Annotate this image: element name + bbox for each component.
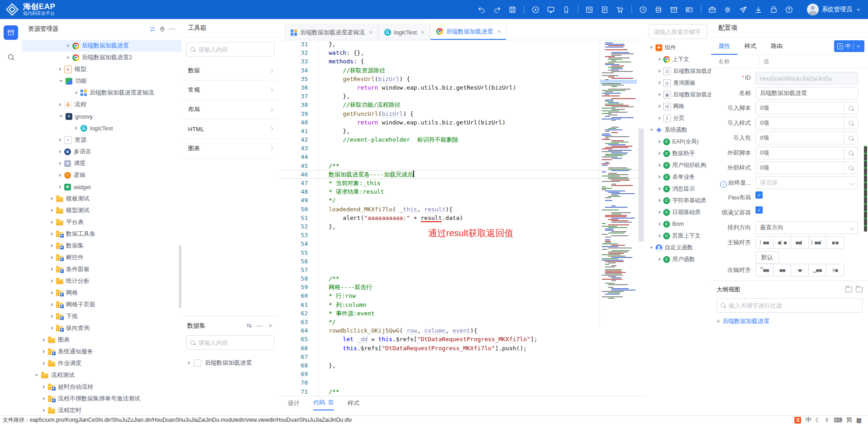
mode-tab-设计[interactable]: 设计 [288, 396, 300, 410]
toolbox-section-布局[interactable]: 布局 [182, 100, 279, 119]
sogou-logo[interactable]: S [794, 417, 801, 424]
outline-view-search[interactable] [717, 298, 863, 313]
default-button[interactable]: 默认 [755, 251, 779, 264]
align-stretch-button[interactable]: ╌◼╌ [791, 264, 809, 276]
tree-item[interactable]: 流程不绑数据集绑单号激活测试 [22, 393, 182, 405]
lookup-search-button[interactable] [844, 162, 858, 174]
property-lookup[interactable]: 0项 [755, 147, 858, 159]
config-tab-路由[interactable]: 路由 [764, 38, 790, 55]
simplified-icon[interactable]: 简 [846, 416, 852, 424]
expand-arrow-icon[interactable] [51, 197, 53, 200]
dataset-item[interactable]: 后端数据加载进度 [182, 354, 279, 367]
expand-arrow-icon[interactable] [43, 350, 45, 353]
property-lookup[interactable]: 0项 [755, 117, 858, 129]
briefcase-icon[interactable] [706, 3, 719, 16]
expand-arrow-icon[interactable] [659, 222, 661, 226]
code-line[interactable]: 67 [279, 353, 645, 361]
tree-item[interactable]: ≡资源 [22, 134, 182, 146]
justify-around-button[interactable]: ◼ ◼ [826, 236, 844, 249]
sync-icon[interactable]: ⇆ [246, 322, 252, 330]
minus-icon[interactable]: — [256, 322, 263, 330]
code-line[interactable]: 63*/ [279, 318, 645, 326]
code-line[interactable]: 68}, [279, 361, 645, 370]
expand-arrow-icon[interactable] [59, 103, 61, 106]
expand-arrow-icon[interactable] [659, 257, 661, 261]
code-line[interactable]: 36 return window.eap.utils.biz.getResUrl… [279, 83, 645, 92]
dataset-item-checkbox[interactable] [194, 359, 201, 367]
code-line[interactable]: 33methods: { [279, 57, 645, 66]
toolbox-section-图表[interactable]: 图表 [182, 139, 279, 158]
location-icon[interactable] [157, 24, 167, 34]
tree-item[interactable]: 后端数据加载进度2 [22, 52, 182, 63]
doc-list-icon[interactable] [598, 3, 612, 16]
expand-arrow-icon[interactable] [67, 56, 70, 59]
expand-arrow-icon[interactable] [659, 140, 661, 143]
expand-arrow-icon[interactable] [659, 175, 661, 179]
code-line[interactable]: 38 //获取功能/流程路径 [279, 100, 645, 109]
monitor-icon[interactable] [544, 3, 558, 16]
tree-item[interactable]: 作业调度 [22, 357, 182, 369]
property-lookup[interactable]: 0项 [755, 132, 858, 144]
property-lookup[interactable]: 0项 [755, 102, 858, 114]
code-line[interactable]: 48* 请求结果:result [279, 187, 645, 196]
code-line[interactable]: 40 return window.eap.utils.biz.getUrl(bi… [279, 118, 645, 127]
component-tree-item[interactable]: C数据助手 [645, 148, 711, 159]
editor-tab[interactable]: GlogicTest× [378, 24, 430, 40]
expand-all-icon[interactable] [845, 287, 852, 292]
justify-between-button[interactable]: ▏◼◼▏ [808, 236, 826, 249]
editor-tab[interactable]: 后端数据加载进度逻辑流× [285, 24, 378, 40]
component-tree-item[interactable]: 自定义函数 [645, 242, 711, 253]
swap-icon[interactable] [147, 24, 157, 34]
expand-arrow-icon[interactable] [43, 409, 45, 412]
save-icon[interactable] [506, 3, 519, 16]
keyboard-icon[interactable]: ⌨ [834, 417, 842, 424]
tree-item[interactable]: •逻辑 [22, 169, 182, 181]
code-line[interactable]: 61* 列:column [279, 300, 645, 309]
collapse-arrow-icon[interactable] [59, 115, 63, 118]
tree-item[interactable]: 统计分析 [22, 275, 182, 287]
tree-item[interactable]: GlogicTest [22, 122, 182, 134]
tree-item[interactable]: 下推 [22, 310, 182, 322]
send-icon[interactable] [736, 3, 750, 16]
code-line[interactable]: 50loadedend_MKXfi7lo( _this, result){ [279, 205, 645, 214]
code-area[interactable]: 31},32watch: {},33methods: {34 //获取资源路径3… [279, 40, 645, 396]
expand-arrow-icon[interactable] [43, 338, 45, 342]
outline-view-search-input[interactable] [728, 302, 859, 310]
code-line[interactable]: 31}, [279, 40, 645, 48]
collapse-arrow-icon[interactable] [650, 247, 653, 249]
property-select[interactable]: 请选择 [755, 176, 858, 189]
component-tree-item[interactable]: C字符串基础类 [645, 195, 711, 206]
lookup-search-button[interactable] [844, 147, 858, 159]
editor-tab[interactable]: 后端数据加载进度× [430, 24, 507, 40]
tree-item[interactable]: 系统通知服务 [22, 346, 182, 357]
config-tab-样式[interactable]: 样式 [737, 38, 764, 55]
tree-item[interactable]: 网格 [22, 287, 182, 299]
close-icon[interactable]: × [369, 29, 373, 36]
expand-arrow-icon[interactable] [659, 105, 661, 108]
align-center-button[interactable]: ◼◼ [773, 264, 791, 276]
tree-item[interactable]: 数据工具条 [22, 228, 182, 240]
tree-item[interactable]: ✚widget [22, 181, 182, 193]
expand-arrow-icon[interactable] [43, 385, 45, 389]
code-line[interactable]: 62* 事件源:event [279, 309, 645, 318]
expand-arrow-icon[interactable] [67, 44, 70, 48]
moon-icon[interactable]: ☾ [815, 417, 821, 424]
expand-arrow-icon[interactable] [59, 138, 61, 142]
code-line[interactable]: 34 //获取资源路径 [279, 66, 645, 75]
more-icon[interactable]: ⋯ [167, 24, 177, 34]
component-tree-item[interactable]: ✚组件 [645, 42, 711, 53]
tree-item[interactable]: 流程测试 [22, 369, 182, 381]
download-icon[interactable] [752, 3, 765, 16]
expand-arrow-icon[interactable] [43, 397, 45, 400]
grid-icon[interactable]: ▦ [856, 417, 862, 424]
expand-arrow-icon[interactable] [659, 152, 661, 155]
component-tree-item[interactable]: CEAP(全局) [645, 136, 711, 148]
code-line[interactable]: 57 [279, 266, 645, 274]
expand-arrow-icon[interactable] [51, 256, 53, 259]
code-line[interactable]: 47* 当前对象:_this [279, 179, 645, 187]
expand-arrow-icon[interactable] [659, 93, 661, 96]
close-icon[interactable]: × [497, 28, 501, 35]
editor-scrollbar-thumb[interactable] [638, 129, 644, 242]
card-icon[interactable] [683, 3, 696, 16]
tree-item[interactable]: 流程定时 [22, 405, 182, 415]
